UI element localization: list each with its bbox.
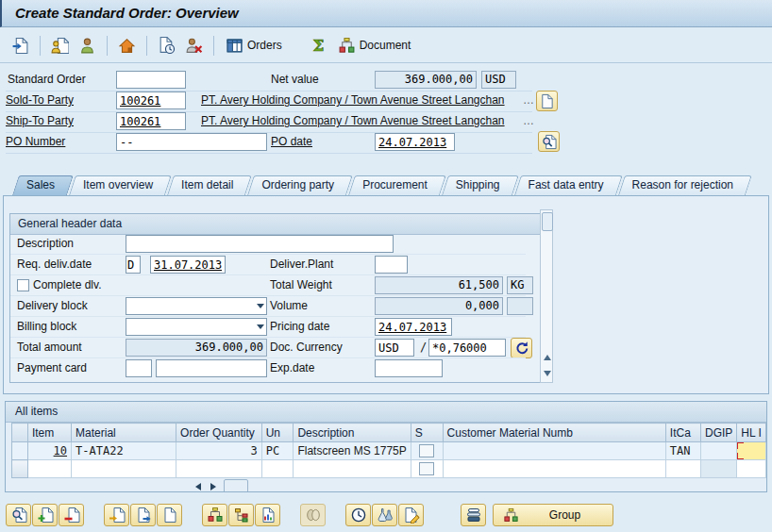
partner-document-button[interactable] [46, 32, 74, 58]
col-customer-material[interactable]: Customer Material Numb [443, 424, 665, 442]
scroll-up-icon[interactable] [544, 355, 551, 360]
organizational-data-button[interactable] [113, 32, 141, 58]
scrollbar-thumb[interactable] [542, 212, 553, 231]
complete-dlv-checkbox[interactable] [17, 279, 29, 291]
dgip-cell[interactable] [701, 442, 737, 460]
order-quantity-cell[interactable]: 3 [176, 442, 262, 460]
customer-material-cell[interactable] [443, 460, 665, 478]
row-selector[interactable] [12, 460, 28, 478]
tab-fast-data-entry[interactable]: Fast data entry [514, 175, 616, 195]
row-selector[interactable] [12, 442, 28, 460]
insert-item-button[interactable] [32, 504, 58, 526]
tab-procurement[interactable]: Procurement [348, 175, 440, 195]
sold-to-input[interactable] [116, 91, 186, 109]
col-order-quantity[interactable]: Order Quantity [176, 424, 262, 442]
tab-ordering-party[interactable]: Ordering party [247, 175, 346, 195]
find-item-button[interactable] [6, 504, 31, 526]
create-document-button[interactable] [536, 91, 558, 111]
col-s[interactable]: S [411, 424, 443, 442]
tab-item-overview[interactable]: Item overview [69, 175, 165, 195]
sigma-icon [310, 37, 327, 55]
lock-item-button[interactable] [104, 504, 129, 526]
po-number-input[interactable] [116, 133, 267, 151]
horizontal-scrollbar-thumb[interactable] [224, 479, 248, 492]
doc-currency-input[interactable] [375, 339, 414, 357]
display-header-button[interactable] [7, 32, 34, 58]
po-date-label[interactable]: PO date [271, 135, 312, 148]
orders-button[interactable]: Orders [220, 33, 288, 58]
s-checkbox[interactable] [419, 462, 434, 475]
tab-sales[interactable]: Sales [12, 175, 67, 195]
tab-reason-for-rejection[interactable]: Reason for rejection [618, 175, 746, 195]
order-quantity-cell[interactable] [176, 460, 262, 478]
item-partners-button[interactable] [202, 504, 227, 526]
po-date-input[interactable] [375, 133, 455, 151]
itca-cell[interactable] [665, 460, 700, 478]
ship-to-label[interactable]: Ship-To Party [6, 114, 74, 127]
description-input[interactable] [126, 235, 394, 253]
description-cell[interactable]: Flatscreen MS 1775P [294, 442, 411, 460]
req-deliv-date-input[interactable] [150, 256, 226, 274]
sold-to-label[interactable]: Sold-To Party [6, 93, 74, 107]
col-un[interactable]: Un [261, 424, 294, 442]
un-cell[interactable] [261, 460, 294, 478]
col-hl[interactable]: HL I [737, 424, 766, 442]
scroll-left-button[interactable] [192, 480, 204, 492]
document-status-button[interactable] [153, 32, 180, 58]
scroll-down-icon[interactable] [544, 371, 551, 376]
item-cell[interactable]: 10 [27, 442, 71, 460]
sum-button[interactable] [305, 32, 332, 58]
col-material[interactable]: Material [72, 424, 176, 442]
col-description[interactable]: Description [294, 424, 411, 442]
itca-cell[interactable]: TAN [665, 442, 700, 460]
tab-shipping[interactable]: Shipping [442, 175, 512, 195]
pricing-date-input[interactable] [375, 318, 452, 336]
display-sold-to-button[interactable] [74, 32, 101, 58]
dgip-cell[interactable] [701, 460, 737, 478]
availability-check-icon [377, 507, 394, 524]
delivery-block-select[interactable] [126, 297, 267, 315]
reject-document-button[interactable] [180, 32, 208, 58]
ship-to-input[interactable] [116, 112, 186, 130]
exchange-rate-input[interactable] [428, 339, 506, 357]
hl-cell[interactable] [737, 442, 766, 460]
item-cell[interactable] [27, 460, 71, 478]
customer-material-cell[interactable] [443, 442, 665, 460]
material-cell[interactable] [72, 460, 176, 478]
description-cell[interactable] [294, 460, 411, 478]
payment-card-type-input[interactable] [126, 359, 152, 377]
scroll-right-button[interactable] [207, 480, 219, 492]
item-sheet-button[interactable] [157, 504, 182, 526]
refresh-exchange-button[interactable] [511, 338, 532, 358]
un-cell[interactable]: PC [261, 442, 294, 460]
vertical-scrollbar[interactable] [540, 209, 553, 383]
billing-block-select[interactable] [126, 318, 267, 336]
standard-order-input[interactable] [116, 71, 186, 89]
col-item[interactable]: Item [27, 424, 71, 442]
copy-item-button[interactable] [130, 504, 156, 526]
item-conditions-button[interactable] [255, 504, 280, 526]
document-button[interactable]: Document [332, 33, 417, 58]
schedule-lines-button[interactable] [345, 504, 371, 526]
ship-to-party-link[interactable]: PT. Avery Holding Company / Town Avenue … [201, 114, 505, 127]
orders-grid-icon [226, 37, 243, 55]
group-button[interactable]: Group [493, 504, 613, 526]
s-checkbox[interactable] [419, 444, 434, 457]
payment-card-number-input[interactable] [156, 359, 267, 377]
material-cell[interactable]: T-ATA22 [72, 442, 176, 460]
deliver-plant-input[interactable] [375, 256, 408, 274]
propose-items-button[interactable] [461, 504, 486, 526]
po-number-label[interactable]: PO Number [6, 135, 65, 148]
tab-item-detail[interactable]: Item detail [167, 175, 245, 195]
col-itca[interactable]: ItCa [665, 424, 700, 442]
delete-item-button[interactable] [59, 504, 84, 526]
hl-cell[interactable] [737, 460, 766, 478]
structure-button[interactable] [228, 504, 254, 526]
availability-check-button[interactable] [372, 504, 397, 526]
display-partners-button[interactable] [538, 131, 560, 152]
col-dgip[interactable]: DGIP [701, 424, 737, 442]
item-notes-button[interactable] [398, 504, 424, 526]
sold-to-party-link[interactable]: PT. Avery Holding Company / Town Avenue … [201, 93, 505, 107]
exp-date-input[interactable] [375, 359, 443, 377]
req-deliv-type-input[interactable] [126, 256, 141, 274]
